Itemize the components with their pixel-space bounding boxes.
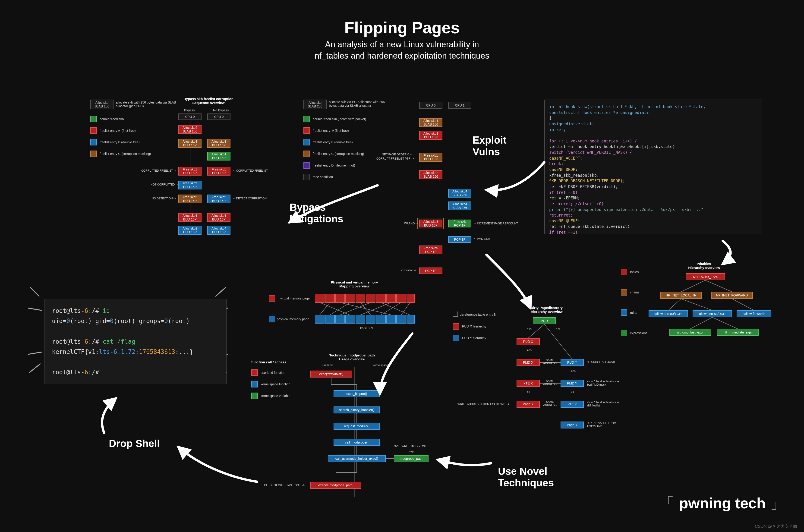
legendB-lbl-4: freelist entry D (lifetime mngt) <box>313 164 355 167</box>
legendB-sw-1 <box>303 127 310 134</box>
legendA-sw-3 <box>90 151 97 157</box>
label-use-novel-techniques: Use Novel Techniques <box>498 466 554 489</box>
dirty-ann-3: <-READ VALUE FROM USERLAND <box>587 421 616 428</box>
nft-lbl-2: rules <box>630 311 637 315</box>
dirty-ann-2: <-can't be double allocated diff freelis… <box>587 401 620 407</box>
func-lbl-2: kernelspace variable <box>261 394 290 398</box>
bypass-r-5: Alloc skb4 BUD 16P <box>207 226 230 235</box>
dirty-n-4: 63 <box>527 390 530 394</box>
bypass-l-2: Free skb1 BUD 16P <box>178 167 202 175</box>
label-drop-shell: Drop Shell <box>109 438 160 449</box>
dirty-conn <box>517 317 593 431</box>
bypass-l-3: Free skb2 BUD 16P <box>178 180 202 189</box>
dirty-ann-4: WRITE ADDRESS FROM USERLAND -> <box>458 402 509 406</box>
svg-rect-3 <box>336 294 345 303</box>
svg-rect-16 <box>366 315 375 323</box>
mem-row1: physical memory page <box>277 317 309 321</box>
nft-title: Nftables Hierarchy overview <box>679 262 730 270</box>
dirty-same-2: SAME ADDRESS <box>543 400 557 407</box>
legendB-lbl-0: double-freed skb (incomplete packet) <box>313 117 366 121</box>
cpu-r-3: PCP 1P <box>448 236 471 243</box>
bypass-cpu-1: CPU 0 <box>207 113 230 120</box>
svg-line-48 <box>28 352 42 354</box>
dirty-n-0: 123 <box>527 328 532 331</box>
bypass-title: Bypass skb freelist corruption Sequence … <box>178 97 238 105</box>
modprobe-title: Technique: modprobe_path Usage overview <box>320 353 384 361</box>
bypass-r-2: Free skb1 BUD 16P <box>207 167 230 175</box>
deref-lbl-1: PUD Y hierarchy <box>462 336 486 340</box>
cpu-annL-0: SET PAGE ORDER 0 -> <box>382 153 412 156</box>
legendB-sw-3 <box>303 151 310 157</box>
svg-line-47 <box>29 364 40 373</box>
legendB-sw-4 <box>303 162 310 169</box>
bypass-ann-3: <- CORRUPTED FREELIST <box>233 169 268 172</box>
legendB-lbl-5: race condition <box>313 175 333 179</box>
func-sw-1 <box>251 381 258 387</box>
legendA-sw-1 <box>90 127 97 134</box>
bypass-l-1: Alloc skb3 BUD 16P <box>178 139 202 148</box>
legendA-header-desc: allocate skb with 256 bytes data via SLA… <box>116 100 176 108</box>
label-bypass-mitigations: Bypass Mitigations <box>290 202 343 225</box>
modprobe-ann2: GETS EXECUTED AS ROOT -> <box>264 483 305 487</box>
cpu-r-1: Alloc skb4 SLAB 256 <box>448 202 471 210</box>
svg-rect-10 <box>407 294 415 303</box>
legendB-lbl-2: freelist entry B (double free) <box>313 140 353 144</box>
svg-rect-17 <box>376 315 385 323</box>
svg-rect-13 <box>336 315 345 323</box>
legendA-lbl-3: freelist entry C (corruption masking) <box>100 152 151 156</box>
mem-svg <box>315 292 417 329</box>
func-lbl-1: kernelspace function <box>261 382 290 386</box>
bypass-r-0: Alloc skb1 BUD 16P <box>207 139 230 148</box>
nft-sw-3 <box>621 330 627 336</box>
nft-lbl-3: expressions <box>630 331 647 335</box>
func-sw-0 <box>251 369 258 376</box>
legendA-lbl-2: freelist entry B (double free) <box>100 140 140 144</box>
svg-rect-11 <box>315 315 324 323</box>
svg-rect-7 <box>376 294 385 303</box>
svg-rect-1 <box>315 294 324 303</box>
cpu-annL-3: PUD alloc -> <box>401 269 417 272</box>
svg-rect-20 <box>407 315 415 323</box>
dirty-same-0: SAME ADDRESS <box>543 359 557 365</box>
page-title: Flipping Pages <box>0 19 804 37</box>
watermark: CSDN @李火火安全阁 <box>755 524 797 529</box>
legendA-sw-0 <box>90 116 97 122</box>
svg-rect-9 <box>397 294 406 303</box>
svg-line-49 <box>215 287 226 297</box>
dirty-n-5: 91 <box>571 390 574 394</box>
bypass-r-3: Free skb2 BUD 16P <box>207 194 230 203</box>
nft-lbl-1: chains <box>630 290 639 294</box>
svg-rect-6 <box>366 294 375 303</box>
bypass-cpu-0: CPU 0 <box>178 113 202 120</box>
func-lbl-0: userland function <box>261 371 285 375</box>
cpu-l-0: Alloc skb1 SLAB 256 <box>419 118 442 127</box>
cpu-annR-0: <- INCREMENT PAGE REFCOUNT <box>474 222 518 225</box>
bypass-l-4: Free skb3 BUD 16P <box>178 194 202 203</box>
cpu-l-6: PCP 1P <box>419 267 442 274</box>
legendB-header-desc: allocate skb via PCP allocator with 256 … <box>329 100 389 108</box>
modprobe-col-0: userland <box>322 364 333 367</box>
svg-line-45 <box>30 287 39 297</box>
deref-title: dereference table entry N <box>460 313 496 316</box>
label-exploit-vulns: Exploit Vulns <box>473 134 506 157</box>
svg-line-24 <box>330 303 350 315</box>
subtitle-line-2: nf_tables and hardened exploitation tech… <box>0 50 804 62</box>
cpu-vline-r <box>460 109 460 253</box>
cpu-annL-1: CORRUPT FREELIST PTR -> <box>377 157 414 160</box>
cpu-box-0: CPU 0 <box>419 102 442 109</box>
mem-foot: PAGESIZE <box>360 327 374 330</box>
modprobe-col-1: kernelspace <box>373 364 388 367</box>
mem-sw-0 <box>269 295 275 302</box>
mem-sw-1 <box>269 316 275 322</box>
legendB-lbl-3: freelist entry C (corruption masking) <box>313 152 364 156</box>
svg-line-46 <box>28 308 42 310</box>
svg-line-21 <box>320 303 350 315</box>
cpu-l-5: Free skb5 PCP 1P <box>419 246 442 254</box>
cpu-annR-1: <- PMD alloc <box>474 237 490 241</box>
dirty-title: Dirty Pagedirectory Hierarchy overview <box>517 306 577 314</box>
deref-sw-1 <box>453 335 459 341</box>
svg-rect-12 <box>325 315 334 323</box>
legendB-sw-5 <box>303 174 310 180</box>
nft-sw-2 <box>621 309 627 316</box>
bypass-r-4: Alloc skb1 BUD 16P <box>207 213 230 222</box>
